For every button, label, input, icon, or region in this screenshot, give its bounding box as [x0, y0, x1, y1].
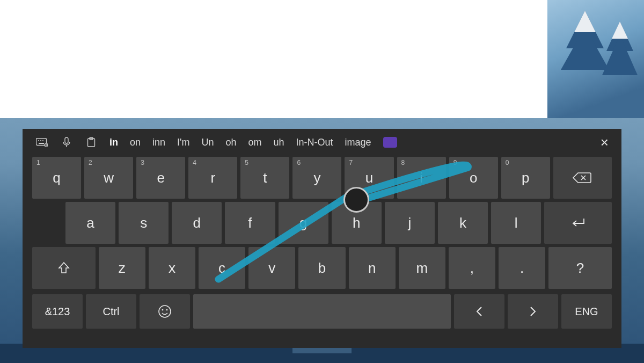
key-label: y — [313, 170, 320, 186]
chevron-right-icon — [529, 305, 537, 318]
key-row-bottom: &123 Ctrl ENG — [32, 294, 612, 329]
key-label: f — [248, 215, 252, 231]
key-q[interactable]: 1q — [32, 157, 81, 199]
key-label: Ctrl — [103, 306, 119, 318]
touch-keyboard-panel: in on inn I'm Un oh om uh In-N-Out image… — [23, 129, 621, 348]
svg-point-9 — [42, 140, 43, 141]
key-k[interactable]: k — [438, 202, 488, 244]
key-hint: 9 — [453, 159, 457, 166]
key-r[interactable]: 4r — [188, 157, 237, 199]
key-v[interactable]: v — [248, 247, 295, 289]
key-label: u — [365, 170, 373, 186]
key-label: &123 — [45, 306, 70, 318]
suggestion-item[interactable]: on — [130, 137, 141, 148]
suggestion-item[interactable]: om — [248, 137, 262, 148]
suggestion-primary[interactable]: in — [109, 137, 118, 148]
text-editor-window[interactable] — [0, 0, 547, 118]
key-ctrl[interactable]: Ctrl — [86, 294, 136, 329]
key-label: m — [416, 260, 428, 277]
key-y[interactable]: 6y — [292, 157, 341, 199]
suggestion-item[interactable]: oh — [226, 137, 237, 148]
close-keyboard-button[interactable]: × — [601, 134, 609, 151]
keyboard-settings-icon[interactable] — [35, 136, 48, 149]
key-label: h — [353, 215, 360, 231]
key-shift[interactable] — [32, 247, 96, 289]
suggestion-item[interactable]: In-N-Out — [296, 137, 333, 148]
key-j[interactable]: j — [385, 202, 435, 244]
key-z[interactable]: z — [99, 247, 145, 289]
key-comma[interactable]: , — [449, 247, 495, 289]
key-label: d — [193, 215, 201, 231]
key-f[interactable]: f — [225, 202, 275, 244]
key-label: w — [104, 170, 114, 186]
svg-point-8 — [40, 140, 41, 141]
key-m[interactable]: m — [399, 247, 445, 289]
key-hint: 0 — [506, 159, 509, 166]
key-label: ENG — [575, 306, 598, 318]
key-label: s — [140, 215, 147, 231]
key-w[interactable]: 2w — [84, 157, 133, 199]
key-e[interactable]: 3e — [136, 157, 185, 199]
key-question[interactable]: ? — [548, 247, 612, 289]
microphone-icon[interactable] — [60, 136, 73, 149]
suggestion-item[interactable]: I'm — [177, 137, 189, 148]
key-o[interactable]: 9o — [449, 157, 498, 199]
key-label: . — [520, 260, 524, 277]
key-label: z — [119, 260, 126, 277]
key-emoji[interactable] — [140, 294, 190, 329]
gif-picker-icon[interactable] — [383, 137, 397, 148]
key-i[interactable]: 8i — [397, 157, 446, 199]
key-label: x — [169, 260, 175, 277]
key-label: l — [515, 215, 518, 231]
clipboard-icon[interactable] — [85, 136, 98, 149]
key-row-1: 1q 2w 3e 4r 5t 6y 7u 8i 9o 0p — [32, 157, 612, 199]
key-label: k — [459, 215, 466, 231]
key-right-arrow[interactable] — [508, 294, 558, 329]
key-d[interactable]: d — [172, 202, 222, 244]
key-p[interactable]: 0p — [501, 157, 550, 199]
suggestion-item[interactable]: uh — [274, 137, 284, 148]
wallpaper-trees-art — [553, 5, 639, 102]
key-enter[interactable] — [544, 202, 612, 244]
key-label: n — [368, 260, 376, 277]
key-label: , — [470, 260, 474, 277]
key-label: i — [420, 170, 423, 186]
key-row-2: a s d f g h j k l — [32, 202, 612, 244]
suggestion-item[interactable]: inn — [152, 137, 165, 148]
emoji-icon — [158, 304, 172, 318]
key-period[interactable]: . — [499, 247, 545, 289]
key-b[interactable]: b — [298, 247, 345, 289]
key-s[interactable]: s — [119, 202, 169, 244]
key-backspace[interactable] — [553, 157, 612, 199]
key-hint: 2 — [89, 159, 92, 166]
key-space[interactable] — [193, 294, 451, 329]
key-label: o — [470, 170, 477, 186]
key-hint: 5 — [245, 159, 248, 166]
key-label: q — [53, 170, 60, 186]
svg-point-18 — [166, 309, 168, 311]
key-n[interactable]: n — [349, 247, 396, 289]
key-g[interactable]: g — [279, 202, 328, 244]
key-label: e — [157, 170, 164, 186]
suggestion-item[interactable]: image — [345, 137, 371, 148]
key-symbols[interactable]: &123 — [32, 294, 83, 329]
key-x[interactable]: x — [149, 247, 195, 289]
suggestion-item[interactable]: Un — [202, 137, 214, 148]
key-language[interactable]: ENG — [561, 294, 612, 329]
key-l[interactable]: l — [491, 202, 541, 244]
keyboard-rows: 1q 2w 3e 4r 5t 6y 7u 8i 9o 0p a s d f g … — [32, 157, 612, 340]
svg-marker-3 — [602, 35, 638, 75]
key-label: b — [318, 260, 326, 277]
key-label: c — [218, 260, 225, 277]
svg-point-7 — [38, 140, 39, 141]
key-c[interactable]: c — [199, 247, 245, 289]
key-a[interactable]: a — [65, 202, 115, 244]
key-t[interactable]: 5t — [240, 157, 289, 199]
suggestion-bar: in on inn I'm Un oh om uh In-N-Out image… — [32, 129, 612, 156]
key-label: a — [86, 215, 94, 231]
key-label: r — [210, 170, 215, 186]
key-hint: 3 — [141, 159, 144, 166]
svg-point-17 — [162, 309, 164, 311]
key-hint: 7 — [349, 159, 353, 166]
key-left-arrow[interactable] — [454, 294, 504, 329]
